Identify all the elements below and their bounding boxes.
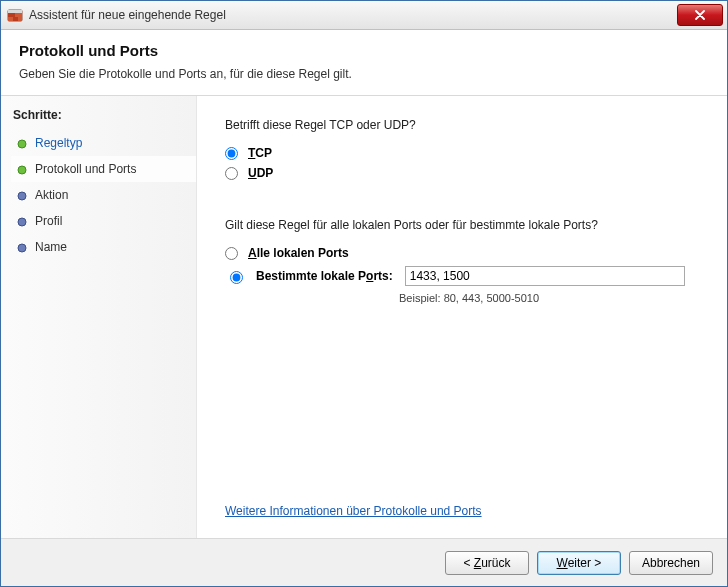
ports-example: Beispiel: 80, 443, 5000-5010 bbox=[399, 292, 699, 304]
titlebar: Assistent für neue eingehende Regel bbox=[1, 1, 727, 30]
step-label: Regeltyp bbox=[35, 136, 82, 150]
svg-rect-2 bbox=[8, 13, 15, 17]
wizard-window: Assistent für neue eingehende Regel Prot… bbox=[0, 0, 728, 587]
radio-udp[interactable] bbox=[225, 167, 238, 180]
step-name[interactable]: Name bbox=[11, 234, 196, 260]
firewall-icon bbox=[7, 7, 23, 23]
page-title: Protokoll und Ports bbox=[19, 42, 709, 59]
radio-all-ports-row: Alle lokalen Ports bbox=[225, 246, 699, 260]
close-button[interactable] bbox=[677, 4, 723, 26]
radio-specific-ports-label[interactable]: Bestimmte lokale Ports: bbox=[256, 269, 393, 283]
step-label: Name bbox=[35, 240, 67, 254]
radio-tcp-row: TCP bbox=[225, 146, 699, 160]
wizard-body: Schritte: Regeltyp Protokoll und Ports A… bbox=[1, 96, 727, 538]
svg-rect-5 bbox=[13, 17, 18, 21]
step-protokoll-ports[interactable]: Protokoll und Ports bbox=[11, 156, 196, 182]
back-button[interactable]: < Zurück bbox=[445, 551, 529, 575]
radio-udp-row: UDP bbox=[225, 166, 699, 180]
radio-specific-ports[interactable] bbox=[230, 271, 243, 284]
close-icon bbox=[695, 10, 705, 20]
svg-point-10 bbox=[18, 218, 26, 226]
step-bullet-icon bbox=[17, 242, 27, 252]
ports-input[interactable] bbox=[405, 266, 685, 286]
steps-sidebar: Schritte: Regeltyp Protokoll und Ports A… bbox=[1, 96, 197, 538]
step-bullet-icon bbox=[17, 190, 27, 200]
next-button[interactable]: Weiter > bbox=[537, 551, 621, 575]
svg-rect-4 bbox=[8, 17, 13, 21]
radio-tcp[interactable] bbox=[225, 147, 238, 160]
wizard-footer: < Zurück Weiter > Abbrechen bbox=[1, 538, 727, 586]
step-profil[interactable]: Profil bbox=[11, 208, 196, 234]
svg-rect-1 bbox=[8, 10, 22, 13]
window-title: Assistent für neue eingehende Regel bbox=[29, 8, 226, 22]
radio-all-ports[interactable] bbox=[225, 247, 238, 260]
step-label: Protokoll und Ports bbox=[35, 162, 136, 176]
step-bullet-icon bbox=[17, 216, 27, 226]
wizard-header: Protokoll und Ports Geben Sie die Protok… bbox=[1, 30, 727, 96]
steps-heading: Schritte: bbox=[11, 104, 196, 130]
step-bullet-icon bbox=[17, 138, 27, 148]
radio-tcp-label[interactable]: TCP bbox=[248, 146, 272, 160]
page-subtitle: Geben Sie die Protokolle und Ports an, f… bbox=[19, 67, 709, 81]
radio-all-ports-label[interactable]: Alle lokalen Ports bbox=[248, 246, 349, 260]
svg-point-7 bbox=[18, 140, 26, 148]
ports-question: Gilt diese Regel für alle lokalen Ports … bbox=[225, 218, 699, 232]
radio-specific-ports-row: Bestimmte lokale Ports: bbox=[225, 266, 699, 286]
svg-point-9 bbox=[18, 192, 26, 200]
svg-rect-6 bbox=[18, 17, 22, 21]
svg-point-11 bbox=[18, 244, 26, 252]
radio-udp-label[interactable]: UDP bbox=[248, 166, 273, 180]
cancel-button[interactable]: Abbrechen bbox=[629, 551, 713, 575]
svg-point-8 bbox=[18, 166, 26, 174]
step-aktion[interactable]: Aktion bbox=[11, 182, 196, 208]
wizard-main: Betrifft diese Regel TCP oder UDP? TCP U… bbox=[197, 96, 727, 538]
step-bullet-icon bbox=[17, 164, 27, 174]
step-label: Aktion bbox=[35, 188, 68, 202]
svg-rect-3 bbox=[15, 13, 22, 17]
step-label: Profil bbox=[35, 214, 62, 228]
protocol-question: Betrifft diese Regel TCP oder UDP? bbox=[225, 118, 699, 132]
more-info-link[interactable]: Weitere Informationen über Protokolle un… bbox=[225, 504, 482, 518]
step-regeltyp[interactable]: Regeltyp bbox=[11, 130, 196, 156]
